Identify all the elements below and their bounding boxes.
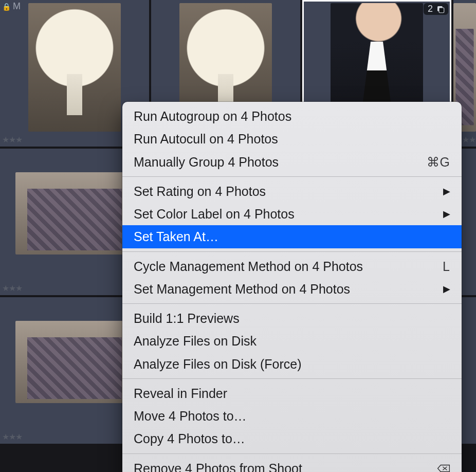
menu-item-label: Manually Group 4 Photos [134,153,427,171]
menu-separator [122,303,462,304]
menu-item[interactable]: Move 4 Photos to… [122,405,462,427]
menu-item[interactable]: Set Management Method on 4 Photos▶ [122,278,462,300]
menu-item[interactable]: Copy 4 Photos to… [122,427,462,450]
menu-item[interactable]: Run Autocull on 4 Photos [122,128,462,150]
menu-separator [122,176,462,177]
submenu-arrow-icon: ▶ [443,185,450,198]
menu-item-label: Build 1:1 Previews [134,309,450,328]
menu-item[interactable]: Set Rating on 4 Photos▶ [122,180,462,203]
menu-item-label: Reveal in Finder [134,384,450,403]
svg-rect-1 [439,8,444,13]
lock-icon: 🔒 [2,3,11,11]
menu-item-label: Set Rating on 4 Photos [134,182,439,201]
menu-separator [122,251,462,252]
context-menu: Run Autogroup on 4 PhotosRun Autocull on… [122,102,462,472]
menu-item-label: Set Color Label on 4 Photos [134,205,439,223]
delete-icon [437,463,450,472]
menu-item-label: Set Management Method on 4 Photos [134,280,439,298]
menu-item-shortcut: ⌘G [427,153,450,171]
menu-item-label: Run Autocull on 4 Photos [134,130,450,148]
rating-stars[interactable]: ★★★ [2,283,22,293]
menu-item-label: Analyze Files on Disk [134,332,450,350]
menu-item[interactable]: Set Color Label on 4 Photos▶ [122,203,462,225]
menu-item[interactable]: Set Taken At… [122,225,462,248]
menu-item[interactable]: Cycle Management Method on 4 PhotosL [122,255,462,278]
menu-item-label: Run Autogroup on 4 Photos [134,107,450,125]
menu-separator [122,378,462,379]
stack-icon [436,5,445,14]
menu-item-label: Move 4 Photos to… [134,407,450,425]
menu-item[interactable]: Reveal in Finder [122,382,462,405]
menu-item-label: Copy 4 Photos to… [134,429,450,448]
menu-item-label: Remove 4 Photos from Shoot [134,459,437,473]
menu-separator [122,453,462,454]
menu-item-label: Cycle Management Method on 4 Photos [134,257,443,276]
menu-item-label: Set Taken At… [134,227,450,246]
thumbnail-image[interactable] [28,3,121,132]
lock-m-indicator: 🔒M [2,1,21,12]
submenu-arrow-icon: ▶ [443,207,450,221]
menu-item[interactable]: Manually Group 4 Photos⌘G [122,151,462,173]
menu-item[interactable]: Run Autogroup on 4 Photos [122,105,462,128]
submenu-arrow-icon: ▶ [443,282,450,296]
thumbnail-image[interactable] [15,321,134,403]
rating-stars[interactable]: ★★★ [2,432,22,442]
stack-badge[interactable]: 2 [424,3,448,15]
thumbnail-image[interactable] [15,172,134,255]
menu-item[interactable]: Remove 4 Photos from Shoot [122,457,462,473]
rating-stars[interactable]: ★★★ [2,135,22,144]
m-flag: M [13,1,21,12]
menu-item[interactable]: Analyze Files on Disk (Force) [122,353,462,375]
menu-item[interactable]: Build 1:1 Previews [122,307,462,330]
menu-item[interactable]: Analyze Files on Disk [122,330,462,352]
menu-item-label: Analyze Files on Disk (Force) [134,355,450,373]
stack-count: 2 [428,4,433,14]
menu-item-shortcut: L [443,257,450,276]
